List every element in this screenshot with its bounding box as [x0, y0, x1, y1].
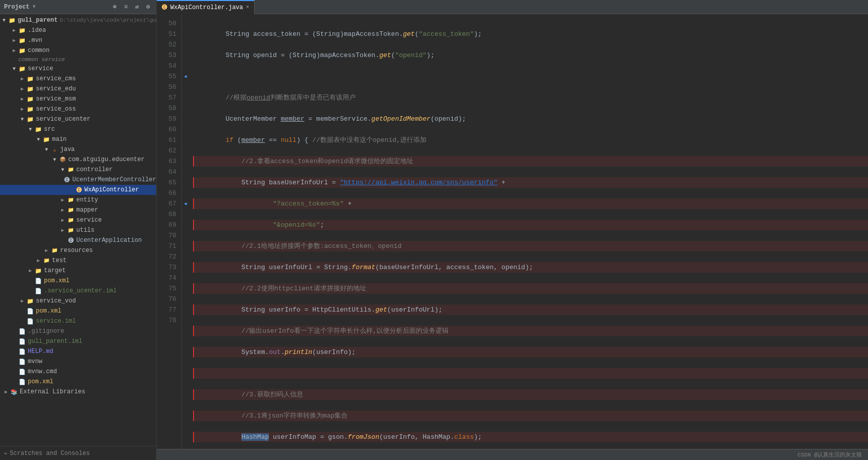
code-line-65: System.out.println(userInfo);: [193, 347, 868, 357]
tree-item-gitignore[interactable]: ▶ 📄 .gitignore: [0, 326, 156, 336]
sidebar-scratches[interactable]: ✏ Scratches and Consoles: [0, 446, 156, 460]
tree-item-service-msm[interactable]: ▶ 📁 service_msm: [0, 94, 156, 104]
tree-item-target[interactable]: ▶ 📁 target: [0, 266, 156, 276]
toolbar-icon-4[interactable]: ⚙: [144, 3, 152, 11]
tree-item-service-oss[interactable]: ▶ 📁 service_oss: [0, 104, 156, 114]
sidebar-header[interactable]: Project ▼ ⊕ ≡ ⇄ ⚙: [0, 0, 156, 14]
tree-item-controller[interactable]: ▼ 📁 controller: [0, 165, 156, 175]
active-tab[interactable]: 🅒 WxApiController.java ×: [157, 0, 255, 14]
file-tree: ▼ 📁 guli_parent D:\study\java\code\proje…: [0, 14, 156, 446]
project-label: Project: [4, 4, 29, 11]
code-content[interactable]: String access_token = (String)mapAccessT…: [189, 14, 868, 449]
toolbar-icon-1[interactable]: ⊕: [111, 3, 119, 11]
code-line-56: //2.拿着access_token和openid请求微信给的固定地址: [193, 156, 868, 167]
tree-root[interactable]: ▼ 📁 guli_parent D:\study\java\code\proje…: [0, 15, 156, 25]
code-line-64: //输出userInfo看一下这个字符串长什么样,以便分析后面的业务逻辑: [193, 326, 868, 336]
tree-item-guli-iml[interactable]: ▶ 📄 guli_parent.iml: [0, 336, 156, 346]
code-line-58: "?access_token=%s" +: [193, 198, 868, 209]
tab-bar: 🅒 WxApiController.java ×: [157, 0, 868, 14]
tree-item-java[interactable]: ▼ ☕ java: [0, 144, 156, 155]
code-line-55: if (member == null) { //数据表中没有这个openid,进…: [194, 135, 868, 145]
code-line-67: //3.获取扫码人信息: [193, 389, 868, 400]
code-area-wrapper: 50 51 52 53 54 55 56 57 58 59 60 61 62 6…: [157, 14, 868, 449]
tree-item-ucenter-app[interactable]: ▶ 🅒 UcenterApplication: [0, 235, 156, 245]
tab-close-button[interactable]: ×: [246, 5, 249, 10]
tree-item-mapper[interactable]: ▶ 📁 mapper: [0, 205, 156, 215]
code-line-53: //根据openid判断数据库中是否已有该用户: [194, 92, 868, 103]
tree-item-resources[interactable]: ▶ 📁 resources: [0, 245, 156, 255]
tree-item-pom-service[interactable]: ▶ 📄 pom.xml: [0, 306, 156, 316]
toolbar-icon-2[interactable]: ≡: [122, 3, 130, 11]
tree-item-service-cms[interactable]: ▶ 📁 service_cms: [0, 74, 156, 84]
code-line-69: HashMap userInfoMap = gson.fromJson(user…: [193, 432, 868, 442]
common-service-label: common service: [0, 56, 156, 64]
code-line-57: String baseUserInfoUrl = "https://api.we…: [193, 177, 868, 188]
tree-item-pom-ucenter[interactable]: ▶ 📄 pom.xml: [0, 276, 156, 286]
tree-item-idea[interactable]: ▶ 📁 .idea: [0, 25, 156, 35]
tab-icon: 🅒: [162, 4, 167, 11]
code-line-62: //2.2使用httpclient请求拼接好的地址: [193, 283, 868, 294]
tree-item-src[interactable]: ▼ 📁 src: [0, 124, 156, 134]
tree-item-service-edu[interactable]: ▶ 📁 service_edu: [0, 84, 156, 94]
tree-item-service-vod[interactable]: ▶ 📁 service_vod: [0, 296, 156, 306]
tree-item-wx-controller[interactable]: ▶ 🅒 WxApiController: [0, 185, 156, 195]
tree-item-mvnw[interactable]: ▶ 📄 mvnw: [0, 356, 156, 367]
code-line-63: String userInfo = HttpClientUtils.get(us…: [193, 304, 868, 315]
tree-item-service-ucenter[interactable]: ▼ 📁 service_ucenter: [0, 114, 156, 124]
watermark-text: CSDN @认真生活的灰太狼: [797, 451, 862, 458]
root-path: D:\study\java\code\project\guli_parent: [60, 17, 156, 23]
tab-filename: WxApiController.java: [170, 4, 243, 11]
code-line-52: [194, 71, 868, 82]
tree-item-service-sub[interactable]: ▶ 📁 service: [0, 215, 156, 225]
toolbar-icon-3[interactable]: ⇄: [133, 3, 141, 11]
tree-item-ucenter-controller[interactable]: ▶ 🅒 UcenterMemberController: [0, 175, 156, 185]
tree-item-help[interactable]: ▶ 📄 HELP.md: [0, 346, 156, 356]
tree-item-main[interactable]: ▼ 📁 main: [0, 134, 156, 144]
tree-item-external-libs[interactable]: ▶ 📚 External Libraries: [0, 387, 156, 397]
code-line-60: //2.1给地址拼接两个参数:access_token、openid: [193, 241, 868, 251]
code-editor: 50 51 52 53 54 55 56 57 58 59 60 61 62 6…: [157, 14, 868, 449]
code-line-50: String access_token = (String)mapAccessT…: [194, 29, 868, 39]
tree-item-utils[interactable]: ▶ 📁 utils: [0, 225, 156, 235]
tree-item-service-ucenter-iml[interactable]: ▶ 📄 .service_ucenter.iml: [0, 286, 156, 296]
tree-item-pom-root[interactable]: ▶ 📄 pom.xml: [0, 377, 156, 387]
line-numbers: 50 51 52 53 54 55 56 57 58 59 60 61 62 6…: [157, 14, 182, 449]
tree-item-test[interactable]: ▶ 📁 test: [0, 255, 156, 266]
code-line-68: //3.1将json字符串转换为map集合: [193, 411, 868, 421]
gutter: ◀ ◀: [182, 14, 189, 449]
code-line-51: String openid = (String)mapAccessToken.g…: [194, 50, 868, 61]
tree-item-mvnw-cmd[interactable]: ▶ 📄 mvnw.cmd: [0, 367, 156, 377]
tree-item-entity[interactable]: ▶ 📁 entity: [0, 195, 156, 205]
status-bar: CSDN @认真生活的灰太狼: [157, 449, 868, 460]
tree-item-package[interactable]: ▼ 📦 com.atguigu.educenter: [0, 155, 156, 165]
main-editor-area: 🅒 WxApiController.java × 50 51 52 53 54 …: [157, 0, 868, 460]
sidebar: Project ▼ ⊕ ≡ ⇄ ⚙ ▼ 📁 guli_parent D:\stu…: [0, 0, 157, 460]
code-line-61: String userInfoUrl = String.format(baseU…: [193, 262, 868, 273]
tree-item-common[interactable]: ▶ 📁 common: [0, 45, 156, 56]
code-line-66: [193, 368, 868, 379]
tree-item-service-iml[interactable]: ▶ 📄 service.iml: [0, 316, 156, 326]
code-line-59: "&openid=%s";: [193, 220, 868, 230]
scratches-label: Scratches and Consoles: [10, 450, 89, 457]
code-line-54: UcenterMember member = memberService.get…: [194, 114, 868, 124]
tree-item-service[interactable]: ▼ 📁 service: [0, 64, 156, 74]
root-label: guli_parent: [18, 17, 58, 24]
scratches-icon: ✏: [4, 449, 8, 457]
tree-item-mvn[interactable]: ▶ 📁 .mvn: [0, 35, 156, 45]
